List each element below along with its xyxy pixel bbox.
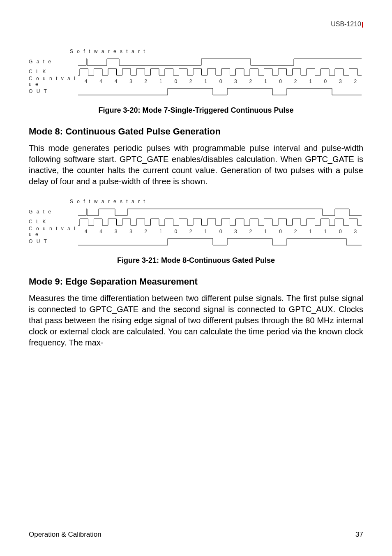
mode9-heading: Mode 9: Edge Separation Measurement bbox=[29, 276, 363, 287]
count-val: 2 bbox=[184, 229, 198, 234]
count-val: 0 bbox=[169, 79, 184, 84]
count-val: 4 bbox=[94, 79, 108, 84]
count-val: 1 bbox=[198, 79, 213, 84]
page-header: USB-1210 bbox=[29, 21, 363, 28]
count-val: 1 bbox=[154, 229, 168, 234]
count-val: 4 bbox=[109, 79, 124, 84]
count-val: 2 bbox=[244, 79, 258, 84]
count-val: 0 bbox=[273, 79, 288, 84]
count-val: 4 bbox=[79, 79, 94, 84]
count-val: 0 bbox=[169, 229, 184, 234]
count-val: 4 bbox=[79, 229, 94, 234]
mode9-text: Measures the time differentiation betwee… bbox=[29, 293, 363, 348]
clk-label-2: C L K bbox=[29, 219, 78, 225]
count-val: 0 bbox=[318, 79, 333, 84]
model-label: USB-1210 bbox=[331, 21, 361, 28]
mode8-heading: Mode 8: Continuous Gated Pulse Generatio… bbox=[29, 126, 363, 137]
count-val: 1 bbox=[258, 79, 273, 84]
count-val: 0 bbox=[333, 229, 348, 234]
count-val: 2 bbox=[288, 229, 303, 234]
gate-label-2: G a t e bbox=[29, 209, 78, 215]
count-val: 2 bbox=[139, 79, 154, 84]
header-bar-icon bbox=[362, 22, 363, 28]
out-waveform bbox=[78, 87, 363, 96]
gate-waveform bbox=[78, 57, 363, 66]
clk-waveform-2 bbox=[78, 217, 363, 226]
figure-caption-1: Figure 3-20: Mode 7-Single-Triggered Con… bbox=[29, 106, 363, 115]
count-val: 1 bbox=[198, 229, 213, 234]
footer-page-number: 37 bbox=[355, 531, 363, 539]
mode8-text: This mode generates periodic pulses with… bbox=[29, 143, 363, 187]
gate-waveform-2 bbox=[78, 207, 363, 216]
count-val: 4 bbox=[94, 229, 108, 234]
count-val: 3 bbox=[124, 229, 138, 234]
count-val: 3 bbox=[124, 79, 138, 84]
timing-diagram-mode7: S o f t w a r e s t a r t G a t e C L K … bbox=[29, 49, 363, 96]
count-val: 2 bbox=[348, 79, 363, 84]
count-val: 0 bbox=[273, 229, 288, 234]
count-val: 2 bbox=[184, 79, 198, 84]
count-values: 4443210210321021032 bbox=[78, 79, 363, 84]
out-label-2: O U T bbox=[29, 239, 78, 244]
timing-diagram-mode8: S o f t w a r e s t a r t G a t e C L K … bbox=[29, 199, 363, 246]
out-label: O U T bbox=[29, 88, 78, 94]
count-val: 2 bbox=[139, 229, 154, 234]
clk-waveform bbox=[78, 67, 363, 76]
count-val: 3 bbox=[348, 229, 363, 234]
count-val: 1 bbox=[303, 79, 318, 84]
clk-svg bbox=[78, 67, 362, 76]
count-val: 3 bbox=[333, 79, 348, 84]
count-val: 3 bbox=[228, 79, 243, 84]
software-start-label-2: S o f t w a r e s t a r t bbox=[70, 199, 363, 204]
clk-label: C L K bbox=[29, 69, 78, 74]
footer-section: Operation & Calibration bbox=[29, 531, 101, 539]
count-values-2: 4433210210321021103 bbox=[78, 229, 363, 234]
count-val: 0 bbox=[214, 229, 228, 234]
count-label: C o u n t v a l u e bbox=[29, 76, 78, 87]
gate-label: G a t e bbox=[29, 59, 78, 65]
count-val: 0 bbox=[214, 79, 228, 84]
count-val: 3 bbox=[109, 229, 124, 234]
software-start-label: S o f t w a r e s t a r t bbox=[70, 49, 363, 54]
figure-caption-2: Figure 3-21: Mode 8-Continuous Gated Pul… bbox=[29, 256, 363, 265]
count-val: 1 bbox=[154, 79, 168, 84]
count-val: 1 bbox=[258, 229, 273, 234]
count-val: 2 bbox=[288, 79, 303, 84]
page-footer: Operation & Calibration 37 bbox=[29, 527, 363, 539]
count-label-2: C o u n t v a l u e bbox=[29, 226, 78, 237]
count-val: 3 bbox=[228, 229, 243, 234]
count-val: 1 bbox=[303, 229, 318, 234]
out-waveform-2 bbox=[78, 237, 363, 246]
count-val: 1 bbox=[318, 229, 333, 234]
count-val: 2 bbox=[244, 229, 258, 234]
